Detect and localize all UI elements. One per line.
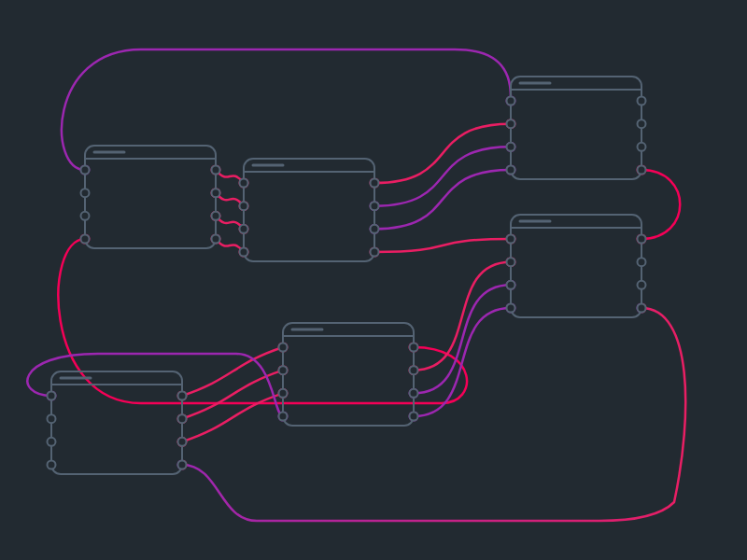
port-right (638, 258, 646, 266)
port-right (212, 189, 220, 197)
port-left (279, 366, 288, 374)
port-right (178, 461, 187, 469)
connection (414, 308, 511, 416)
port-left (507, 119, 515, 128)
port-right (371, 179, 379, 188)
port-left (279, 343, 288, 352)
window-node (507, 215, 646, 317)
window-frame (511, 77, 641, 179)
port-right (178, 414, 187, 423)
window-node (240, 159, 379, 261)
port-right (638, 143, 646, 151)
connection (374, 239, 511, 252)
connection (182, 308, 685, 521)
window-node (279, 323, 418, 426)
port-left (48, 392, 56, 400)
connection (182, 393, 283, 441)
port-left (48, 461, 56, 469)
port-right (638, 281, 646, 289)
port-right (410, 343, 418, 352)
window-node (81, 146, 220, 248)
port-left (240, 179, 248, 188)
port-right (212, 235, 220, 244)
port-right (410, 413, 418, 421)
port-right (638, 235, 646, 244)
port-left (240, 202, 248, 210)
connection (374, 124, 511, 183)
port-left (81, 166, 90, 175)
port-left (81, 189, 90, 197)
connection (414, 285, 511, 393)
window-frame (283, 323, 414, 426)
port-left (48, 414, 56, 423)
port-left (507, 281, 515, 289)
port-left (279, 413, 288, 421)
port-right (410, 366, 418, 374)
port-left (507, 97, 515, 105)
port-left (81, 235, 90, 244)
window-frame (85, 146, 216, 248)
port-right (410, 389, 418, 398)
window-node (48, 371, 187, 474)
port-right (212, 212, 220, 220)
port-right (212, 166, 220, 175)
port-right (371, 225, 379, 233)
windows-layer (48, 77, 646, 474)
port-right (638, 119, 646, 128)
window-node (507, 77, 646, 179)
port-left (240, 248, 248, 257)
connection (414, 262, 511, 371)
window-frame (511, 215, 641, 317)
connection (374, 170, 511, 229)
connection (641, 170, 680, 239)
port-right (638, 304, 646, 313)
port-right (178, 392, 187, 400)
connections-layer (27, 49, 685, 521)
port-left (279, 389, 288, 398)
port-left (240, 225, 248, 233)
connection (374, 147, 511, 205)
port-right (371, 202, 379, 210)
port-left (507, 304, 515, 313)
port-left (507, 235, 515, 244)
port-right (178, 438, 187, 446)
port-right (371, 248, 379, 257)
port-right (638, 166, 646, 175)
port-left (81, 212, 90, 220)
port-left (48, 438, 56, 446)
port-left (507, 143, 515, 151)
port-left (507, 166, 515, 175)
port-left (507, 258, 515, 266)
port-right (638, 97, 646, 105)
window-frame (51, 371, 182, 474)
diagram-canvas (0, 0, 747, 560)
window-frame (244, 159, 374, 261)
